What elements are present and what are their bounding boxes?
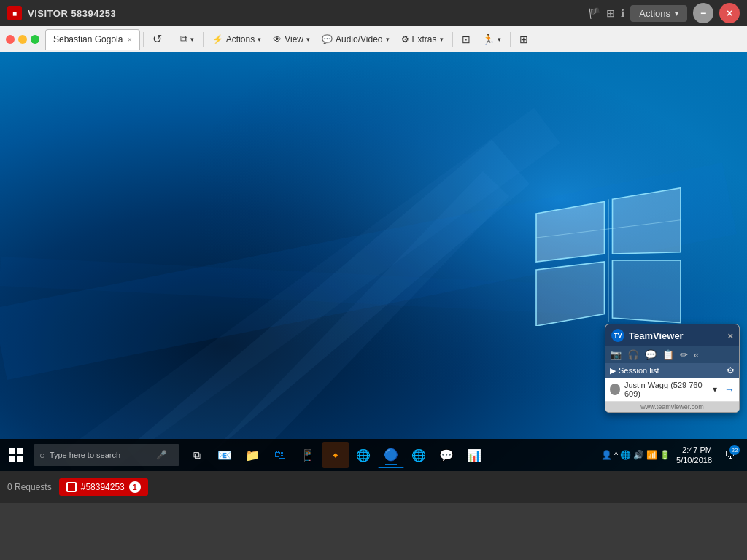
audio-video-label: Audio/Video <box>336 34 383 44</box>
separator-5 <box>510 32 511 47</box>
tray-icons-group: 👤 ^ 🌐 🔊 📶 🔋 <box>601 450 670 460</box>
session-count-badge: 1 <box>129 481 141 493</box>
session-tab-label: #58394253 <box>81 482 125 492</box>
minimize-traffic-dot[interactable] <box>18 35 27 44</box>
taskbar-app-skype[interactable]: 💬 <box>433 442 460 468</box>
teamviewer-footer: www.teamviewer.com <box>605 402 739 412</box>
tray-network-icon: 🌐 <box>620 450 631 460</box>
taskbar-app-phone[interactable]: 📱 <box>295 442 321 468</box>
taskbar-app-chrome2[interactable]: 🌐 <box>406 442 432 468</box>
tray-person-icon: 👤 <box>601 450 612 460</box>
run-arrow-icon: ▾ <box>498 36 501 43</box>
tv-camera-icon[interactable]: 📷 <box>610 349 622 360</box>
info-icon: ℹ <box>621 7 624 19</box>
tv-audio-icon[interactable]: 🎧 <box>627 349 639 360</box>
flag-icon: 🏴 <box>588 7 600 19</box>
tab-label: Sebastian Gogola <box>53 34 123 44</box>
svg-marker-7 <box>536 202 605 262</box>
taskbar-app-orange[interactable]: 🔸 <box>322 442 349 468</box>
teamviewer-popup: TV TeamViewer × 📷 🎧 💬 📋 ✏ « ▶ Session li… <box>605 324 740 413</box>
view-button[interactable]: 👁 View ▾ <box>267 30 316 49</box>
session-tab-button[interactable]: #58394253 1 <box>59 478 148 496</box>
separator-2 <box>171 32 171 47</box>
taskbar-app-explorer[interactable]: 📁 <box>239 442 266 468</box>
tray-volume-icon[interactable]: 🔊 <box>633 450 644 460</box>
taskbar-tray: 👤 ^ 🌐 🔊 📶 🔋 2:47 PM 5/10/2018 🗨 22 <box>601 442 744 468</box>
tv-session-connect-icon[interactable]: → <box>724 384 735 395</box>
extras-label: Extras <box>412 34 437 44</box>
taskbar-app-outlook[interactable]: 📧 <box>212 442 238 468</box>
eye-icon: 👁 <box>273 34 282 44</box>
tv-clipboard-icon[interactable]: 📋 <box>662 349 674 360</box>
teamviewer-close-button[interactable]: × <box>727 330 733 341</box>
taskbar-app-multidesktop[interactable]: ⧉ <box>184 442 210 468</box>
teamviewer-toolbar: 📷 🎧 💬 📋 ✏ « <box>605 346 739 363</box>
svg-marker-8 <box>613 188 681 254</box>
multimonitor-button[interactable]: ⊞ <box>514 30 534 49</box>
app-logo: ■ <box>7 6 22 20</box>
minimize-button[interactable]: − <box>693 3 713 23</box>
actions-toolbar-button[interactable]: ⚡ Actions ▾ <box>206 30 267 49</box>
extras-button[interactable]: ⚙ Extras ▾ <box>395 30 449 49</box>
run-button[interactable]: 🏃 ▾ <box>476 30 507 49</box>
teamviewer-body: ▶ Session list ⚙ Justin Wagg (529 760 60… <box>605 363 739 402</box>
search-circle-icon: ○ <box>39 450 45 461</box>
multimonitor-icon: ⊞ <box>519 34 528 45</box>
view-arrow-icon: ▾ <box>306 36 310 43</box>
start-button[interactable] <box>3 442 29 468</box>
taskbar-app-slides[interactable]: 📊 <box>461 442 487 468</box>
maximize-traffic-dot[interactable] <box>31 35 39 44</box>
toolbar: Sebastian Gogola × ↺ ⧉ ▾ ⚡ Actions ▾ 👁 V… <box>0 26 747 52</box>
taskbar-search[interactable]: ○ 🎤 <box>34 444 179 466</box>
separator-1 <box>143 32 144 47</box>
tray-show-hidden-icon[interactable]: ^ <box>614 451 618 459</box>
tv-session-user: Justin Wagg (529 760 609) <box>624 381 708 398</box>
close-traffic-dot[interactable] <box>6 35 15 44</box>
requests-label: 0 Requests <box>7 482 52 492</box>
session-tab[interactable]: Sebastian Gogola × <box>45 29 140 50</box>
remote-desktop-view[interactable]: TV TeamViewer × 📷 🎧 💬 📋 ✏ « ▶ Session li… <box>0 52 747 471</box>
run-icon: 🏃 <box>482 34 495 45</box>
audio-video-button[interactable]: 💬 Audio/Video ▾ <box>316 30 395 49</box>
monitor-icon: ⊞ <box>606 7 615 19</box>
chat-icon: 💬 <box>322 34 333 44</box>
svg-rect-13 <box>9 448 15 454</box>
windows-logo <box>528 166 689 326</box>
taskbar-app-chrome[interactable]: 🌐 <box>350 442 376 468</box>
copy-icon: ⧉ <box>180 33 187 45</box>
taskbar-app-store[interactable]: 🛍 <box>267 442 293 468</box>
svg-marker-9 <box>536 262 605 326</box>
actions-dropdown-button[interactable]: Actions <box>630 5 687 22</box>
actions-label: Actions <box>226 34 255 44</box>
tv-chat-icon[interactable]: 💬 <box>645 349 657 360</box>
svg-rect-16 <box>17 456 23 462</box>
teamviewer-title: TeamViewer <box>629 330 684 341</box>
session-tab-icon <box>66 482 77 492</box>
tv-draw-icon[interactable]: ✏ <box>680 349 688 360</box>
tv-expand-icon: ▶ <box>610 366 616 376</box>
teamviewer-session-item[interactable]: Justin Wagg (529 760 609) ▾ → <box>605 378 739 402</box>
refresh-icon: ↺ <box>152 32 162 46</box>
notification-badge: 22 <box>729 445 740 455</box>
refresh-button[interactable]: ↺ <box>147 30 168 49</box>
tv-session-settings-icon[interactable]: ⚙ <box>727 365 735 376</box>
microphone-icon[interactable]: 🎤 <box>156 450 167 460</box>
svg-marker-10 <box>613 260 681 323</box>
tab-close-button[interactable]: × <box>127 35 131 44</box>
traffic-lights <box>6 35 39 44</box>
window-title: VISITOR 58394253 <box>28 8 582 19</box>
close-button[interactable]: × <box>719 3 740 23</box>
lightning-icon: ⚡ <box>212 34 223 44</box>
teamviewer-session-header: ▶ Session list ⚙ <box>605 363 739 378</box>
notification-button[interactable]: 🗨 22 <box>718 442 741 468</box>
taskbar-app-teamviewer[interactable]: 🔵 <box>378 442 404 468</box>
tray-battery-icon: 🔋 <box>659 450 670 460</box>
teamviewer-logo: TV <box>611 329 624 342</box>
share-screen-icon: ⊡ <box>462 34 471 45</box>
tv-collapse-icon[interactable]: « <box>694 349 699 360</box>
tv-website: www.teamviewer.com <box>640 403 704 411</box>
share-screen-button[interactable]: ⊡ <box>456 30 476 49</box>
search-input[interactable] <box>50 451 152 459</box>
copy-button[interactable]: ⧉ ▾ <box>174 30 200 49</box>
system-clock[interactable]: 2:47 PM 5/10/2018 <box>673 445 715 466</box>
